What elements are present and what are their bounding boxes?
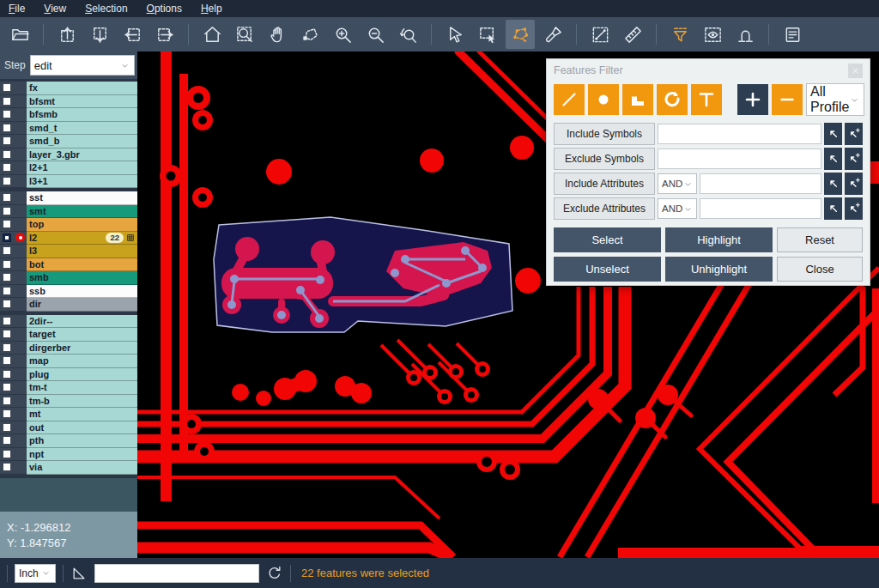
move-right-button[interactable] bbox=[150, 20, 179, 49]
layer-label[interactable]: smb bbox=[27, 271, 137, 285]
layer-label[interactable]: target bbox=[27, 328, 137, 342]
layer-visibility-checkbox[interactable] bbox=[0, 448, 14, 462]
layer-row-2dir--[interactable]: 2dir-- bbox=[0, 315, 137, 329]
layer-label[interactable]: tm-t bbox=[27, 381, 137, 395]
include-symbols-input[interactable] bbox=[658, 124, 821, 144]
layer-label[interactable]: map bbox=[27, 355, 137, 368]
pan-button[interactable] bbox=[263, 20, 292, 49]
layer-visibility-checkbox[interactable] bbox=[0, 355, 14, 368]
move-down-button[interactable] bbox=[85, 20, 114, 49]
dialog-title-bar[interactable]: Features Filter bbox=[554, 59, 863, 82]
pad-tool-button[interactable] bbox=[588, 84, 619, 115]
layer-row-l3[interactable]: l3 bbox=[0, 245, 137, 258]
plus-tool-button[interactable] bbox=[737, 84, 768, 115]
layer-label[interactable]: l222 bbox=[27, 232, 137, 246]
select-polygon-button[interactable] bbox=[506, 20, 535, 49]
menu-options[interactable]: Options bbox=[147, 3, 182, 15]
layer-visibility-checkbox[interactable] bbox=[0, 175, 14, 189]
layer-label[interactable]: l3 bbox=[27, 245, 137, 258]
layer-visibility-checkbox[interactable] bbox=[0, 328, 14, 342]
exclude-attributes-input[interactable] bbox=[700, 198, 821, 219]
layer-visibility-checkbox[interactable] bbox=[0, 421, 14, 435]
layer-visibility-checkbox[interactable] bbox=[0, 191, 14, 205]
highlight-button[interactable]: Highlight bbox=[665, 227, 773, 252]
layer-label[interactable]: l3+1 bbox=[27, 175, 137, 189]
snap-button[interactable] bbox=[730, 20, 760, 49]
layer-row-ssb[interactable]: ssb bbox=[0, 285, 137, 299]
layer-label[interactable]: bot bbox=[27, 258, 137, 272]
layer-visibility-checkbox[interactable] bbox=[0, 232, 14, 246]
exclude-symbols-button[interactable]: Exclude Symbols bbox=[554, 148, 655, 170]
layer-label[interactable]: l2+1 bbox=[27, 161, 137, 175]
layer-label[interactable]: mt bbox=[27, 408, 137, 421]
select-button[interactable]: Select bbox=[554, 227, 661, 252]
command-input[interactable] bbox=[94, 564, 259, 583]
surface-tool-button[interactable] bbox=[622, 84, 653, 115]
layer-label[interactable]: ssb bbox=[27, 285, 137, 299]
layer-label[interactable]: plug bbox=[27, 368, 137, 382]
layer-row-plug[interactable]: plug bbox=[0, 368, 137, 382]
text-tool-button[interactable] bbox=[691, 84, 722, 115]
unselect-button[interactable]: Unselect bbox=[554, 257, 661, 282]
refresh-icon[interactable] bbox=[266, 565, 283, 582]
layer-row-bfsmt[interactable]: bfsmt bbox=[0, 95, 137, 109]
zoom-polygon-button[interactable] bbox=[295, 20, 324, 49]
move-left-button[interactable] bbox=[118, 20, 147, 49]
layer-visibility-checkbox[interactable] bbox=[0, 245, 14, 258]
unhighlight-button[interactable]: Unhighlight bbox=[665, 257, 773, 282]
layer-visibility-checkbox[interactable] bbox=[0, 461, 14, 475]
layer-label[interactable]: dirgerber bbox=[27, 342, 137, 355]
layer-row-l2+1[interactable]: l2+1 bbox=[0, 161, 137, 175]
layer-row-sst[interactable]: sst bbox=[0, 191, 137, 205]
layer-visibility-checkbox[interactable] bbox=[0, 161, 14, 175]
profile-select[interactable]: All Profile bbox=[806, 83, 864, 116]
layer-label[interactable]: top bbox=[27, 218, 137, 232]
corner-ruler-icon[interactable] bbox=[70, 565, 88, 582]
menu-help[interactable]: Help bbox=[201, 3, 222, 15]
layer-visibility-checkbox[interactable] bbox=[0, 82, 14, 95]
layer-row-dir[interactable]: dir bbox=[0, 298, 137, 312]
layer-label[interactable]: out bbox=[27, 421, 137, 435]
layer-row-tm-t[interactable]: tm-t bbox=[0, 381, 137, 395]
layer-visibility-checkbox[interactable] bbox=[0, 135, 14, 149]
and-operator-select[interactable]: AND bbox=[658, 173, 697, 194]
measure-button[interactable] bbox=[585, 20, 615, 49]
layer-label[interactable]: layer_3.gbr bbox=[27, 149, 137, 162]
zoom-previous-button[interactable] bbox=[393, 20, 422, 49]
minus-tool-button[interactable] bbox=[772, 84, 803, 115]
include-attributes-button[interactable]: Include Attributes bbox=[554, 173, 655, 195]
layer-row-fx[interactable]: fx bbox=[0, 82, 137, 95]
layer-visibility-checkbox[interactable] bbox=[0, 408, 14, 421]
pick-arrow-add-button[interactable] bbox=[845, 173, 863, 195]
layer-visibility-checkbox[interactable] bbox=[0, 108, 14, 122]
pick-arrow-button[interactable] bbox=[824, 123, 842, 145]
line-tool-button[interactable] bbox=[554, 84, 585, 115]
layer-visibility-checkbox[interactable] bbox=[0, 342, 14, 355]
layer-label[interactable]: 2dir-- bbox=[27, 315, 137, 329]
include-symbols-button[interactable]: Include Symbols bbox=[554, 123, 655, 145]
layer-visibility-checkbox[interactable] bbox=[0, 315, 14, 329]
include-attributes-input[interactable] bbox=[700, 173, 821, 194]
close-icon[interactable] bbox=[848, 64, 863, 78]
layer-label[interactable]: pth bbox=[27, 434, 137, 448]
exclude-symbols-input[interactable] bbox=[658, 149, 821, 169]
pick-arrow-button[interactable] bbox=[824, 173, 842, 195]
select-pointer-button[interactable] bbox=[440, 20, 470, 49]
zoom-in-button[interactable] bbox=[328, 20, 357, 49]
close-button[interactable]: Close bbox=[777, 257, 863, 282]
show-selection-button[interactable] bbox=[698, 20, 727, 49]
layer-row-mt[interactable]: mt bbox=[0, 408, 137, 421]
layer-label[interactable]: smd_t bbox=[27, 122, 137, 136]
layer-visibility-checkbox[interactable] bbox=[0, 271, 14, 285]
layer-visibility-checkbox[interactable] bbox=[0, 149, 14, 162]
layer-label[interactable]: dir bbox=[27, 298, 137, 312]
layer-visibility-checkbox[interactable] bbox=[0, 395, 14, 409]
layer-visibility-checkbox[interactable] bbox=[0, 205, 14, 219]
menu-selection[interactable]: Selection bbox=[85, 3, 127, 15]
layer-row-layer_3.gbr[interactable]: layer_3.gbr bbox=[0, 149, 137, 162]
move-up-button[interactable] bbox=[52, 20, 82, 49]
layer-row-smd_b[interactable]: smd_b bbox=[0, 135, 137, 149]
layer-row-via[interactable]: via bbox=[0, 461, 137, 475]
layer-label[interactable]: bfsmb bbox=[27, 108, 137, 122]
and-operator-select[interactable]: AND bbox=[658, 198, 697, 219]
